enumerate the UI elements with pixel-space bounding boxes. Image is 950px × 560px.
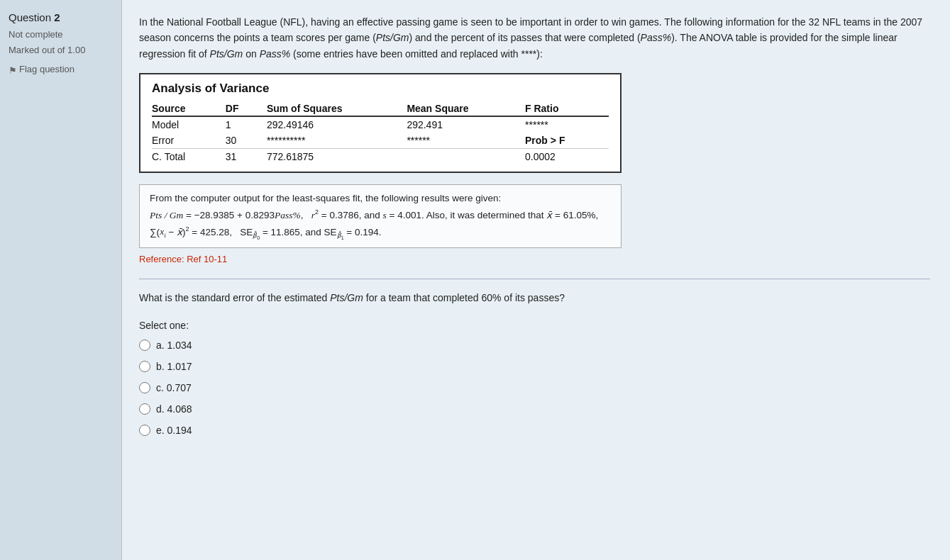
flag-icon (9, 65, 16, 74)
option-e-label: e. 0.194 (156, 425, 192, 436)
select-one-label: Select one: (139, 320, 930, 331)
col-meansq: Mean Square (407, 101, 525, 116)
col-fratio: F Ratio (525, 101, 609, 116)
option-a-label: a. 1.034 (156, 340, 192, 351)
sidebar: Question 2 Not complete Marked out of 1.… (0, 0, 122, 560)
model-df: 1 (226, 116, 267, 133)
error-sumsq: ********** (267, 133, 407, 149)
option-c-label: c. 0.707 (156, 382, 192, 393)
anova-table-container: Analysis of Variance Source DF Sum of Sq… (139, 73, 622, 173)
option-d[interactable]: d. 4.068 (139, 403, 930, 415)
results-intro: From the computer output for the least-s… (150, 193, 501, 203)
error-meansq: ****** (407, 133, 525, 149)
error-source: Error (152, 133, 226, 149)
col-df: DF (226, 101, 267, 116)
anova-row-error: Error 30 ********** ****** Prob > F (152, 133, 609, 149)
ctotal-df: 31 (226, 149, 267, 165)
model-source: Model (152, 116, 226, 133)
results-line1: Pts / Gm = −28.9385 + 0.8293Pass%, r2 = … (150, 207, 611, 223)
col-sumsq: Sum of Squares (267, 101, 407, 116)
results-block: From the computer output for the least-s… (139, 184, 622, 248)
radio-e[interactable] (139, 425, 150, 436)
anova-row-ctotal: C. Total 31 772.61875 0.0002 (152, 149, 609, 165)
radio-a[interactable] (139, 340, 150, 351)
flag-label: Flag question (19, 64, 74, 74)
model-sumsq: 292.49146 (267, 116, 407, 133)
question-main-text: What is the standard error of the estima… (139, 291, 930, 306)
ctotal-fratio: 0.0002 (525, 149, 609, 165)
model-meansq: 292.491 (407, 116, 525, 133)
divider (139, 279, 930, 279)
ctotal-source: C. Total (152, 149, 226, 165)
flag-question-button[interactable]: Flag question (9, 64, 113, 74)
error-df: 30 (226, 133, 267, 149)
question-status: Not complete (9, 29, 113, 40)
option-e[interactable]: e. 0.194 (139, 425, 930, 436)
radio-d[interactable] (139, 403, 150, 415)
option-b[interactable]: b. 1.017 (139, 361, 930, 372)
reference-text: Reference: Ref 10-11 (139, 254, 930, 264)
question-title: Question 2 (9, 11, 113, 23)
col-source: Source (152, 101, 226, 116)
options-list: a. 1.034 b. 1.017 c. 0.707 d. 4.068 e. 0… (139, 340, 930, 436)
radio-c[interactable] (139, 382, 150, 393)
option-b-label: b. 1.017 (156, 361, 192, 372)
radio-b[interactable] (139, 361, 150, 372)
anova-table: Source DF Sum of Squares Mean Square F R… (152, 101, 609, 164)
option-d-label: d. 4.068 (156, 403, 192, 415)
anova-header-row: Source DF Sum of Squares Mean Square F R… (152, 101, 609, 116)
intro-paragraph: In the National Football League (NFL), h… (139, 14, 930, 62)
main-content: In the National Football League (NFL), h… (122, 0, 950, 560)
anova-title: Analysis of Variance (152, 82, 609, 96)
model-fratio: ****** (525, 116, 609, 133)
ctotal-sumsq: 772.61875 (267, 149, 407, 165)
anova-row-model: Model 1 292.49146 292.491 ****** (152, 116, 609, 133)
question-label: Question (9, 11, 51, 23)
option-c[interactable]: c. 0.707 (139, 382, 930, 393)
question-number: 2 (54, 11, 60, 23)
results-line2: ∑(xi − x̄)2 = 425.28, SEβ̂0 = 11.865, an… (150, 224, 611, 242)
option-a[interactable]: a. 1.034 (139, 340, 930, 351)
ctotal-meansq (407, 149, 525, 165)
error-fratio: Prob > F (525, 133, 609, 149)
marked-out-of: Marked out of 1.00 (9, 44, 113, 57)
